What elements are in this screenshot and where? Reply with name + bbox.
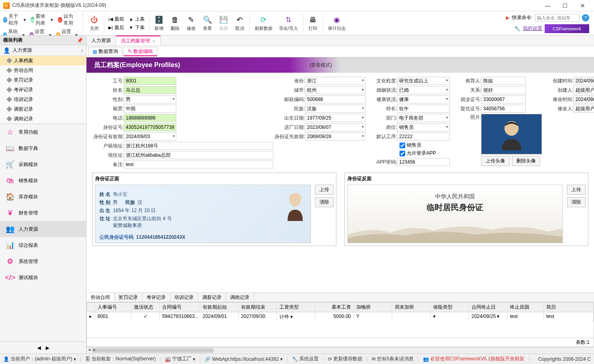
btab-transfer[interactable]: 调岗记录 bbox=[226, 293, 254, 302]
set-default-menu[interactable]: ✓设为常用 bbox=[58, 13, 78, 27]
data-grid[interactable]: 人事编号 激活状态 合同编号 有效期起始 有效期结束 工资类型 基本工资 加晚班… bbox=[87, 302, 594, 347]
form-title: 员工档案(Employee Profiles) bbox=[94, 61, 180, 69]
empno-input[interactable] bbox=[124, 77, 176, 85]
nationality-input[interactable] bbox=[124, 105, 176, 113]
mod-test[interactable]: </>测试模块 bbox=[0, 269, 86, 286]
upload-avatar-button[interactable]: 上传头像 bbox=[481, 156, 509, 166]
mod-finance[interactable]: ¥财务管理 bbox=[0, 205, 86, 221]
upload-front-button[interactable]: 上传 bbox=[315, 185, 334, 195]
sb-settings[interactable]: 🔧 系统设置 bbox=[292, 356, 319, 362]
btab-train[interactable]: 培训记录 bbox=[170, 293, 198, 302]
mod-report[interactable]: 📊综合报表 bbox=[0, 237, 86, 253]
remark-input[interactable] bbox=[124, 160, 273, 168]
print-button[interactable]: 🖶打印 bbox=[305, 14, 321, 32]
sidebar-item-salary[interactable]: 调薪记录 bbox=[0, 104, 86, 114]
addr-input[interactable] bbox=[124, 151, 273, 159]
subtab-edit[interactable]: ✎数据编辑 bbox=[123, 47, 157, 56]
tab-hr[interactable]: 人力资源 bbox=[87, 36, 116, 46]
prev-button[interactable]: ▲ 上条 bbox=[129, 16, 145, 23]
sidebar-item-transfer[interactable]: 调岗记录 bbox=[0, 114, 86, 124]
proc-input[interactable] bbox=[397, 133, 450, 141]
sb-user[interactable]: 👤 当前用户：(admin-超级用户) ▾ bbox=[3, 356, 76, 362]
marital-select[interactable] bbox=[397, 86, 450, 94]
delete-button[interactable]: 🗑删除 bbox=[167, 14, 183, 32]
close-window-button[interactable]: ✕ bbox=[575, 2, 591, 9]
sidebar-item-profile[interactable]: 人事档案 bbox=[0, 56, 86, 65]
workno-input[interactable] bbox=[481, 95, 526, 103]
clear-front-button[interactable]: 清除 bbox=[315, 197, 334, 207]
tempno-input[interactable] bbox=[481, 105, 526, 113]
next-button[interactable]: ▼ 下条 bbox=[129, 24, 145, 31]
upload-back-button[interactable]: 上传 bbox=[567, 185, 586, 195]
idvalid-input[interactable] bbox=[124, 133, 176, 141]
postcode-input[interactable] bbox=[305, 95, 366, 103]
mod-common[interactable]: ☆常用功能 bbox=[0, 124, 86, 140]
sb-msg[interactable]: ✉ 您有0条未读消息 bbox=[372, 356, 414, 362]
impexp-button[interactable]: ⇅导出/导入 bbox=[276, 14, 301, 32]
post-select[interactable] bbox=[397, 123, 450, 131]
view-button[interactable]: 🔍查看 bbox=[199, 14, 216, 32]
horizontal-scrollbar[interactable] bbox=[87, 347, 594, 353]
sidebar-item-train[interactable]: 培训记录 bbox=[0, 95, 86, 104]
btab-salary[interactable]: 调薪记录 bbox=[198, 293, 226, 302]
minimize-button[interactable]: — bbox=[539, 2, 556, 9]
sb-webapi[interactable]: 🔗 WebApi:https://localhost:44392 ▾ bbox=[205, 356, 282, 362]
phone-input[interactable] bbox=[124, 114, 176, 122]
refresh-button[interactable]: ⟳刷新数据 bbox=[252, 14, 276, 32]
clear-back-button[interactable]: 清除 bbox=[567, 197, 586, 207]
quickcmd-input[interactable] bbox=[535, 14, 579, 22]
close-button[interactable]: ⏻关闭 bbox=[86, 14, 102, 32]
name-input[interactable] bbox=[124, 86, 176, 94]
delete-avatar-button[interactable]: 删除头像 bbox=[512, 156, 540, 166]
last-button[interactable]: ▶| 最后 bbox=[108, 24, 124, 31]
gender-select[interactable] bbox=[124, 95, 176, 103]
mod-hr[interactable]: 👥人力资源 bbox=[0, 221, 86, 237]
city-select[interactable] bbox=[305, 86, 366, 94]
edit-button[interactable]: ✎修改 bbox=[183, 14, 199, 32]
ethnic-select[interactable] bbox=[305, 105, 366, 113]
edu-select[interactable] bbox=[397, 77, 450, 85]
issales-checkbox[interactable] bbox=[400, 143, 405, 148]
close-tab-icon[interactable]: × bbox=[152, 38, 155, 44]
mod-sales[interactable]: 🛍销售模块 bbox=[0, 173, 86, 189]
idno-input[interactable] bbox=[124, 123, 176, 131]
sidebar-item-contract[interactable]: 劳动合同 bbox=[0, 65, 86, 75]
sb-factory[interactable]: 🏭 宁德工厂 ▾ bbox=[165, 356, 195, 362]
help-icon[interactable]: ? bbox=[582, 14, 589, 21]
sidebar-item-eval[interactable]: 考评记录 bbox=[0, 85, 86, 95]
sidebar-section-hr[interactable]: 👤 人力资源 ‹ bbox=[0, 45, 86, 56]
mod-dict[interactable]: 📖数据字典 bbox=[0, 140, 86, 156]
joindate-input[interactable] bbox=[305, 123, 366, 131]
table-row[interactable]: ▸ 8001 ✓ 594279310663... 2024/09/01 2027… bbox=[87, 312, 594, 322]
btab-eval[interactable]: 考评记录 bbox=[142, 293, 170, 302]
btab-reward[interactable]: 奖罚记录 bbox=[114, 293, 142, 302]
pin-icon[interactable]: 📌 bbox=[77, 38, 83, 43]
idexpire-input[interactable] bbox=[305, 133, 366, 141]
my-settings-link[interactable]: 我的设置 bbox=[523, 25, 542, 32]
mod-purchase[interactable]: 🛒采购模块 bbox=[0, 156, 86, 173]
referrer-input[interactable] bbox=[481, 77, 526, 85]
health-select[interactable] bbox=[397, 95, 450, 103]
btab-contract[interactable]: 劳动合同 bbox=[87, 293, 114, 302]
hukou-input[interactable] bbox=[124, 142, 273, 150]
apppwd-input[interactable] bbox=[397, 158, 450, 166]
mod-stock[interactable]: 🏠库存模块 bbox=[0, 189, 86, 205]
about-menu[interactable]: ?关于程序 ▾ bbox=[3, 13, 26, 27]
winlist-menu[interactable]: ▦窗体列表 ▾ bbox=[31, 13, 53, 27]
first-button[interactable]: |◀ 最前 bbox=[108, 16, 124, 23]
province-select[interactable] bbox=[305, 77, 366, 85]
sidebar-item-reward[interactable]: 奖罚记录 bbox=[0, 75, 86, 85]
canlogin-checkbox[interactable] bbox=[400, 151, 405, 156]
audit-button[interactable]: ◉审计日志 bbox=[325, 14, 349, 32]
tab-profile[interactable]: 员工档案管理× bbox=[116, 36, 161, 46]
subtab-query[interactable]: ▦数据查询 bbox=[88, 47, 123, 56]
relation-input[interactable] bbox=[481, 86, 526, 94]
sb-cache[interactable]: ⟳ 更新缓存数据 bbox=[328, 356, 362, 362]
mod-system[interactable]: ⚙系统管理 bbox=[0, 253, 86, 269]
maximize-button[interactable]: ☐ bbox=[557, 2, 573, 9]
add-button[interactable]: 🗄️新增 bbox=[151, 14, 167, 32]
dept-select[interactable] bbox=[397, 114, 450, 122]
skill-input[interactable] bbox=[397, 105, 450, 113]
cancel-button[interactable]: ↶取消 bbox=[232, 14, 248, 32]
birth-input[interactable] bbox=[305, 114, 366, 122]
